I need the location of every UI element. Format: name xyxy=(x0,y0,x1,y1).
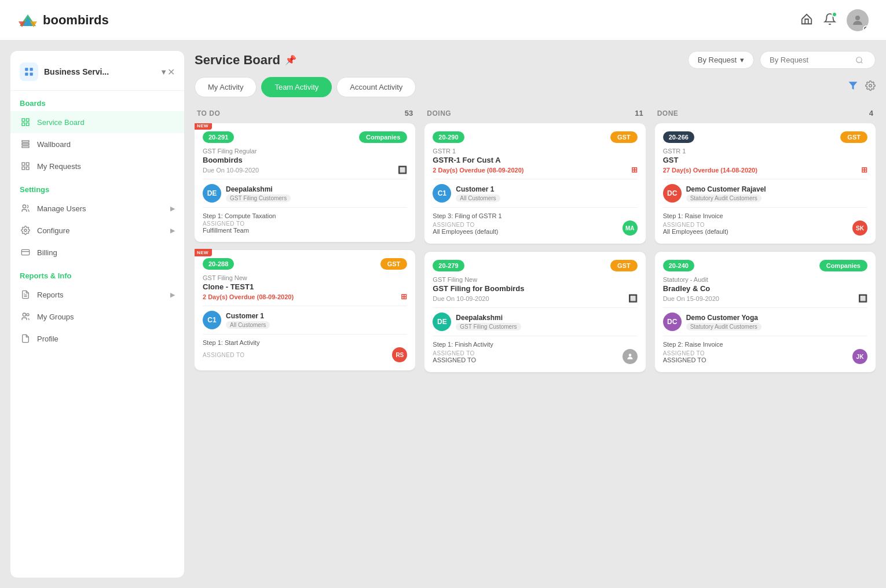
new-badge: NEW xyxy=(195,123,212,130)
home-button[interactable] xyxy=(800,13,813,27)
card-tag: GST xyxy=(380,258,408,270)
filter-dropdown-button[interactable]: By Request ▾ xyxy=(688,51,754,69)
card-step: Step 1: Start Activity xyxy=(203,339,407,346)
sidebar-item-my-requests[interactable]: My Requests xyxy=(10,155,184,177)
card-due: 27 Day(s) Overdue (14-08-2020) ⊞ xyxy=(663,166,867,174)
sidebar-item-configure-label: Configure xyxy=(37,226,69,235)
board-pin-icon: 📌 xyxy=(285,54,296,65)
card-type: Statutory - Audit xyxy=(663,276,867,283)
card-divider-2 xyxy=(433,336,637,336)
notification-button[interactable] xyxy=(823,13,836,27)
sidebar-item-manage-users[interactable]: Manage Users ▶ xyxy=(10,197,184,219)
card-card-240[interactable]: 20-240 Companies Statutory - Audit Bradl… xyxy=(655,252,876,372)
sidebar-item-wallboard[interactable]: Wallboard xyxy=(10,133,184,155)
svg-point-26 xyxy=(23,313,25,316)
assigned-label: ASSIGNED TO xyxy=(433,350,476,357)
card-assigned-row: ASSIGNED TO All Employees (default) MA xyxy=(433,220,637,236)
card-due: 2 Day(s) Overdue (08-09-2020) ⊞ xyxy=(433,166,637,174)
card-top: 20-240 Companies xyxy=(663,260,867,271)
configure-icon xyxy=(20,225,31,236)
sidebar-close-button[interactable]: ✕ xyxy=(167,67,175,78)
card-step: Step 1: Finish Activity xyxy=(433,341,637,348)
col-title-todo: TO DO xyxy=(197,109,220,117)
card-top: 20-291 Companies xyxy=(203,131,407,143)
card-card-291[interactable]: NEW 20-291 Companies GST Filing Regular … xyxy=(195,123,415,242)
search-box[interactable] xyxy=(760,51,876,69)
workspace-dropdown-button[interactable]: ▼ xyxy=(160,68,167,76)
card-customer: DE Deepalakshmi GST Filing Customers xyxy=(433,313,637,331)
attach-icon: 🔲 xyxy=(858,294,867,303)
card-assigned-row: ASSIGNED TO ASSIGNED TO JK xyxy=(663,349,867,364)
kanban-filter-button[interactable] xyxy=(848,80,858,94)
customer-group: Statutory Audit Customers xyxy=(686,323,761,330)
card-card-279[interactable]: 20-279 GST GST Filing New GST Filing for… xyxy=(424,252,645,372)
tab-my-activity[interactable]: My Activity xyxy=(195,77,257,97)
manage-users-icon xyxy=(20,203,31,214)
card-assigned-row: ASSIGNED TO Fulfillment Team xyxy=(203,220,407,234)
activity-tabs: My Activity Team Activity Account Activi… xyxy=(195,77,876,97)
tab-account-activity[interactable]: Account Activity xyxy=(336,77,416,97)
card-card-266[interactable]: 20-266 GST GSTR 1 GST 27 Day(s) Overdue … xyxy=(655,123,876,244)
board-title-text: Service Board xyxy=(195,53,280,68)
sidebar-item-service-board[interactable]: Service Board xyxy=(10,111,184,133)
card-customer: DC Demo Customer Yoga Statutory Audit Cu… xyxy=(663,313,867,331)
overdue-icon: ⊞ xyxy=(861,166,867,174)
card-assigned-row: ASSIGNED TO ASSIGNED TO xyxy=(433,349,637,364)
tab-team-activity[interactable]: Team Activity xyxy=(261,77,332,97)
sidebar-workspace-name: Business Servi... xyxy=(44,67,160,76)
col-header-done: DONE4 xyxy=(655,105,876,123)
svg-rect-10 xyxy=(26,119,29,122)
card-type: GST Filing New xyxy=(203,274,407,281)
card-card-288[interactable]: NEW 20-288 GST GST Filing New Clone - TE… xyxy=(195,250,415,370)
card-card-290[interactable]: 20-290 GST GSTR 1 GSTR-1 For Cust A 2 Da… xyxy=(424,123,645,244)
content-area: Service Board 📌 By Request ▾ My Activ xyxy=(184,41,886,588)
card-customer: C1 Customer 1 All Customers xyxy=(433,184,637,203)
customer-name: Customer 1 xyxy=(456,185,500,193)
card-step: Step 2: Raise Invoice xyxy=(663,341,867,348)
svg-rect-22 xyxy=(21,249,29,255)
svg-point-27 xyxy=(27,314,29,316)
profile-icon xyxy=(20,333,31,344)
customer-avatar: DC xyxy=(663,184,682,203)
customer-avatar: DC xyxy=(663,313,682,331)
attach-icon: 🔲 xyxy=(398,166,407,174)
sidebar-section-boards-label: Boards xyxy=(10,91,184,111)
tab-account-activity-label: Account Activity xyxy=(350,83,402,91)
customer-group: Statutory Audit Customers xyxy=(686,194,761,202)
card-due: Due On 15-09-2020 🔲 xyxy=(663,294,867,303)
wallboard-icon xyxy=(20,138,31,150)
sidebar-item-my-groups-label: My Groups xyxy=(37,313,74,321)
assign-avatar: JK xyxy=(852,349,867,364)
sidebar-item-reports[interactable]: Reports ▶ xyxy=(10,284,184,306)
user-avatar[interactable]: ▼ xyxy=(847,9,869,31)
kanban-settings-button[interactable] xyxy=(865,80,876,94)
sidebar-item-my-groups[interactable]: My Groups xyxy=(10,306,184,328)
assign-avatar: SK xyxy=(852,220,867,236)
sidebar-item-manage-users-label: Manage Users xyxy=(37,204,86,213)
logo-icon xyxy=(17,10,38,31)
main-layout: Business Servi... ▼ ✕ Boards Service Boa… xyxy=(0,41,886,588)
assigned-label: ASSIGNED TO xyxy=(433,222,498,228)
card-divider-2 xyxy=(663,207,867,208)
notification-dot xyxy=(832,12,837,17)
card-type: GSTR 1 xyxy=(663,148,867,155)
tab-right-controls xyxy=(848,80,876,94)
svg-rect-17 xyxy=(26,163,29,166)
card-step: Step 3: Filing of GSTR 1 xyxy=(433,212,637,219)
avatar-icon xyxy=(851,13,865,27)
card-divider xyxy=(433,179,637,179)
card-type: GSTR 1 xyxy=(433,148,637,155)
svg-rect-19 xyxy=(26,167,29,170)
search-input[interactable] xyxy=(770,56,851,64)
assigned-value: Fulfillment Team xyxy=(203,227,249,234)
card-name: Boombirds xyxy=(203,156,407,164)
sidebar-item-profile[interactable]: Profile xyxy=(10,328,184,350)
reports-icon xyxy=(20,289,31,300)
card-customer: DC Demo Customer Rajavel Statutory Audit… xyxy=(663,184,867,203)
card-customer: C1 Customer 1 All Customers xyxy=(203,311,407,329)
svg-point-4 xyxy=(855,16,860,20)
home-icon xyxy=(800,13,813,25)
sidebar-item-billing[interactable]: Billing xyxy=(10,241,184,263)
sidebar-item-configure[interactable]: Configure ▶ xyxy=(10,219,184,241)
col-title-done: DONE xyxy=(657,109,679,117)
